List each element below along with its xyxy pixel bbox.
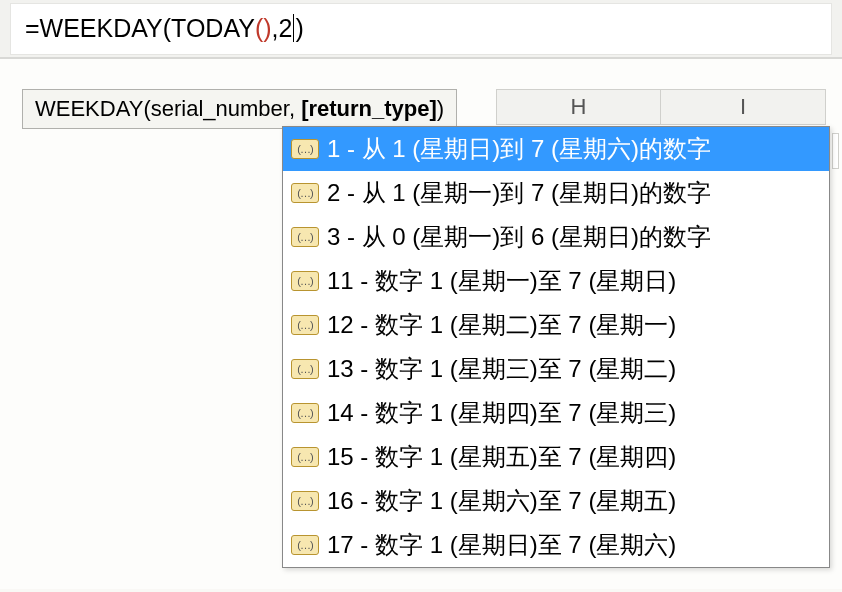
dropdown-option-14[interactable]: (…) 14 - 数字 1 (星期四)至 7 (星期三)	[283, 391, 829, 435]
dropdown-option-11[interactable]: (…) 11 - 数字 1 (星期一)至 7 (星期日)	[283, 259, 829, 303]
tooltip-func: WEEKDAY(	[35, 96, 151, 121]
constant-icon: (…)	[291, 315, 319, 335]
tooltip-arg2[interactable]: [return_type]	[301, 96, 437, 121]
dropdown-option-16[interactable]: (…) 16 - 数字 1 (星期六)至 7 (星期五)	[283, 479, 829, 523]
formula-text-mid: ,2	[272, 14, 293, 42]
dropdown-option-label: 11 - 数字 1 (星期一)至 7 (星期日)	[327, 265, 676, 297]
dropdown-option-label: 2 - 从 1 (星期一)到 7 (星期日)的数字	[327, 177, 711, 209]
dropdown-option-label: 13 - 数字 1 (星期三)至 7 (星期二)	[327, 353, 676, 385]
constant-icon: (…)	[291, 183, 319, 203]
tooltip-close: )	[437, 96, 444, 121]
constant-icon: (…)	[291, 403, 319, 423]
dropdown-option-label: 12 - 数字 1 (星期二)至 7 (星期一)	[327, 309, 676, 341]
text-cursor	[293, 14, 294, 42]
column-headers: H I	[496, 89, 826, 125]
dropdown-option-label: 16 - 数字 1 (星期六)至 7 (星期五)	[327, 485, 676, 517]
formula-paren-open: (	[255, 14, 263, 42]
formula-text-end: )	[295, 14, 303, 42]
dropdown-option-3[interactable]: (…) 3 - 从 0 (星期一)到 6 (星期日)的数字	[283, 215, 829, 259]
dropdown-option-12[interactable]: (…) 12 - 数字 1 (星期二)至 7 (星期一)	[283, 303, 829, 347]
spreadsheet-area[interactable]: WEEKDAY(serial_number, [return_type]) H …	[0, 59, 842, 589]
autocomplete-dropdown: (…) 1 - 从 1 (星期日)到 7 (星期六)的数字 (…) 2 - 从 …	[282, 126, 830, 568]
dropdown-option-17[interactable]: (…) 17 - 数字 1 (星期日)至 7 (星期六)	[283, 523, 829, 567]
column-header-i[interactable]: I	[661, 89, 826, 125]
function-tooltip[interactable]: WEEKDAY(serial_number, [return_type])	[22, 89, 457, 129]
column-header-h[interactable]: H	[496, 89, 661, 125]
constant-icon: (…)	[291, 139, 319, 159]
constant-icon: (…)	[291, 535, 319, 555]
dropdown-option-2[interactable]: (…) 2 - 从 1 (星期一)到 7 (星期日)的数字	[283, 171, 829, 215]
formula-bar-container: =WEEKDAY(TODAY(),2)	[0, 0, 842, 59]
dropdown-option-label: 14 - 数字 1 (星期四)至 7 (星期三)	[327, 397, 676, 429]
partial-cell[interactable]	[832, 133, 839, 169]
constant-icon: (…)	[291, 227, 319, 247]
dropdown-option-label: 17 - 数字 1 (星期日)至 7 (星期六)	[327, 529, 676, 561]
formula-bar[interactable]: =WEEKDAY(TODAY(),2)	[10, 3, 832, 55]
constant-icon: (…)	[291, 271, 319, 291]
dropdown-option-15[interactable]: (…) 15 - 数字 1 (星期五)至 7 (星期四)	[283, 435, 829, 479]
formula-text-prefix: =WEEKDAY(TODAY	[25, 14, 255, 42]
dropdown-option-label: 3 - 从 0 (星期一)到 6 (星期日)的数字	[327, 221, 711, 253]
formula-paren-close: )	[263, 14, 271, 42]
dropdown-option-1[interactable]: (…) 1 - 从 1 (星期日)到 7 (星期六)的数字	[283, 127, 829, 171]
dropdown-option-label: 15 - 数字 1 (星期五)至 7 (星期四)	[327, 441, 676, 473]
dropdown-option-label: 1 - 从 1 (星期日)到 7 (星期六)的数字	[327, 133, 711, 165]
constant-icon: (…)	[291, 491, 319, 511]
constant-icon: (…)	[291, 359, 319, 379]
dropdown-option-13[interactable]: (…) 13 - 数字 1 (星期三)至 7 (星期二)	[283, 347, 829, 391]
tooltip-arg1[interactable]: serial_number,	[151, 96, 301, 121]
constant-icon: (…)	[291, 447, 319, 467]
